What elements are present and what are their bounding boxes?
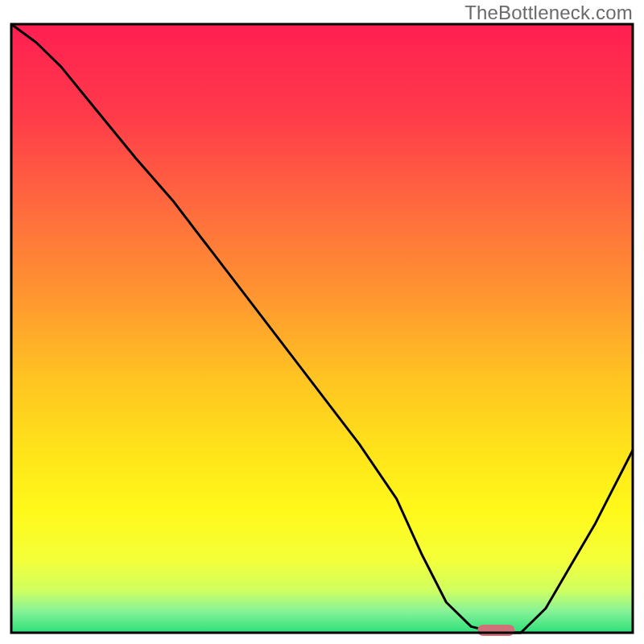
bottleneck-chart bbox=[0, 0, 644, 644]
chart-container: TheBottleneck.com bbox=[0, 0, 644, 644]
plot-background bbox=[11, 24, 633, 633]
optimal-range-marker bbox=[477, 625, 514, 636]
